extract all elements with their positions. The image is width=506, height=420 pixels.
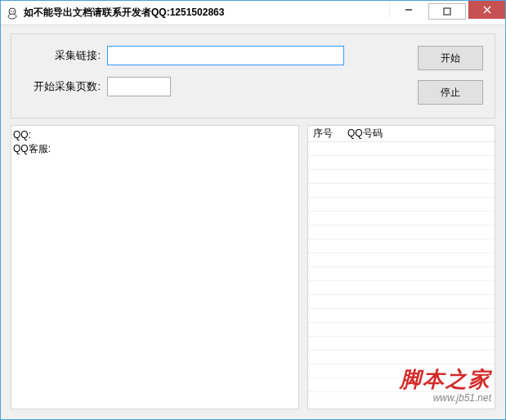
table-row: [308, 281, 495, 295]
table-row: [308, 239, 495, 253]
table-row: [308, 184, 495, 198]
table-row: [308, 267, 495, 281]
titlebar[interactable]: 如不能导出文档请联系开发者QQ:1251502863: [1, 1, 505, 25]
url-input[interactable]: [107, 46, 344, 65]
log-textarea[interactable]: [13, 128, 297, 407]
table-body[interactable]: [308, 142, 495, 409]
table-row: [308, 323, 495, 337]
svg-line-6: [484, 7, 490, 13]
pages-input[interactable]: [107, 77, 171, 96]
log-panel: [11, 125, 299, 409]
window-title: 如不能导出文档请联系开发者QQ:1251502863: [24, 6, 389, 20]
table-row: [308, 309, 495, 323]
table-row: [308, 378, 495, 392]
table-row: [308, 212, 495, 226]
table-header: 序号 QQ号码: [308, 126, 495, 142]
svg-rect-5: [444, 8, 450, 15]
col-index: 序号: [313, 127, 347, 141]
minimize-button[interactable]: [389, 1, 427, 19]
pages-row: 开始采集页数:: [23, 77, 410, 96]
app-icon: [6, 7, 19, 20]
results-panel: 序号 QQ号码: [11, 125, 495, 409]
table-row: [308, 295, 495, 309]
table-row: [308, 226, 495, 239]
input-panel: 采集链接: 开始采集页数: 开始 停止: [11, 34, 495, 118]
stop-button[interactable]: 停止: [418, 80, 483, 105]
url-row: 采集链接:: [23, 46, 410, 65]
form-column: 采集链接: 开始采集页数:: [23, 46, 410, 105]
table-row: [308, 198, 495, 212]
url-label: 采集链接:: [23, 48, 101, 63]
svg-point-3: [8, 14, 16, 19]
table-row: [308, 170, 495, 184]
maximize-button[interactable]: [428, 3, 466, 20]
window-controls: [389, 1, 505, 25]
pages-label: 开始采集页数:: [23, 79, 101, 94]
table-row: [308, 337, 495, 351]
svg-point-1: [11, 11, 12, 12]
start-button[interactable]: 开始: [418, 46, 483, 70]
table-row: [308, 142, 495, 156]
results-table: 序号 QQ号码: [307, 125, 495, 409]
table-row: [308, 351, 495, 364]
app-window: 如不能导出文档请联系开发者QQ:1251502863 采集链接: 开始采集页数:: [0, 0, 506, 420]
svg-point-2: [13, 11, 15, 12]
table-row: [308, 364, 495, 378]
table-row: [308, 253, 495, 267]
col-qq: QQ号码: [347, 127, 495, 141]
svg-line-7: [484, 7, 490, 13]
content-area: 采集链接: 开始采集页数: 开始 停止 序号 QQ号码: [1, 25, 505, 419]
close-button[interactable]: [468, 1, 505, 19]
button-column: 开始 停止: [418, 46, 483, 105]
table-row: [308, 156, 495, 170]
